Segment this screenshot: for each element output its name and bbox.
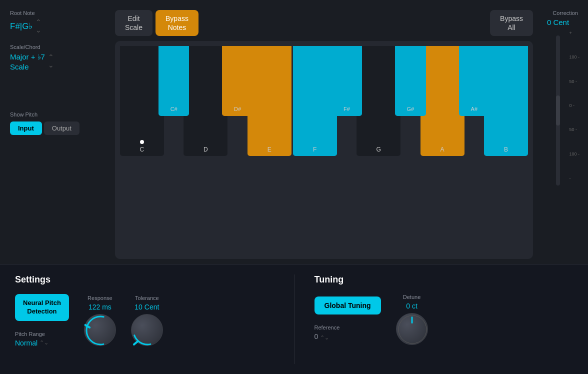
detune-control: Detune 0 ct (396, 294, 428, 345)
correction-slider-thumb[interactable] (556, 96, 560, 126)
tolerance-control: Tolerance 10 Cent (131, 295, 163, 346)
bypass-notes-button[interactable]: BypassNotes (156, 10, 198, 36)
input-btn[interactable]: Input (10, 122, 42, 135)
key-label-Fs: F# (344, 106, 350, 112)
scale-chord-value: Major + ♭7Scale (10, 52, 45, 72)
dot-C (140, 140, 144, 144)
response-value: 122 ms (88, 303, 112, 311)
key-Cs[interactable]: C# (158, 46, 190, 116)
response-label: Response (88, 295, 112, 301)
left-panel: Root Note F#|G♭ ⌃⌄ Scale/Chord Major + ♭… (10, 10, 110, 259)
top-section: Root Note F#|G♭ ⌃⌄ Scale/Chord Major + ♭… (0, 0, 588, 264)
key-D[interactable]: D (184, 46, 228, 156)
root-note-group: Root Note F#|G♭ ⌃⌄ (10, 10, 110, 34)
root-note-row: F#|G♭ ⌃⌄ (10, 18, 110, 34)
key-wrapper-Cs: C# (158, 46, 190, 116)
response-knob-arc (84, 314, 116, 346)
settings-panel: Settings Neural PitchDetection Pitch Ran… (15, 274, 294, 364)
key-label-A: A (440, 146, 444, 153)
pitch-range-label: Pitch Range (15, 331, 69, 337)
show-pitch-label: Show Pitch (10, 112, 110, 118)
piano-container: C C# D D# (115, 41, 533, 259)
key-Gs[interactable]: G# (395, 46, 426, 116)
root-note-spinner[interactable]: ⌃⌄ (36, 18, 42, 34)
correction-label: Correction (538, 10, 578, 16)
response-knob[interactable] (84, 314, 116, 346)
key-label-C: C (140, 146, 144, 153)
app-container: Root Note F#|G♭ ⌃⌄ Scale/Chord Major + ♭… (0, 0, 588, 374)
right-panel: Correction 0 Cent + 100 - 50 - 0 - 50 - … (538, 10, 578, 259)
key-label-F: F (313, 146, 316, 153)
key-wrapper-Gs: G# (395, 46, 426, 116)
global-tuning-col: Global Tuning Reference 0 ⌃⌄ (314, 296, 381, 342)
svg-point-0 (86, 316, 114, 344)
key-E[interactable]: E (248, 46, 292, 156)
scale-chord-spinner[interactable]: ⌃⌄ (48, 53, 54, 69)
correction-slider-track[interactable] (556, 36, 560, 186)
key-label-B: B (504, 146, 508, 153)
key-As[interactable]: A# (459, 46, 490, 116)
neural-pitch-btn[interactable]: Neural PitchDetection (15, 294, 69, 321)
tuning-controls-row: Global Tuning Reference 0 ⌃⌄ Detune 0 ct (314, 294, 574, 345)
key-label-D: D (204, 146, 208, 153)
root-note-label: Root Note (10, 10, 110, 16)
detune-value: 0 ct (406, 302, 418, 310)
key-label-Ds: D# (234, 106, 241, 112)
pitch-toggle-group: Input Output (10, 122, 110, 135)
center-panel: EditScale BypassNotes BypassAll C C# (115, 10, 533, 259)
tuning-title: Tuning (314, 274, 574, 285)
scale-chord-group: Scale/Chord Major + ♭7Scale ⌃⌄ (10, 44, 110, 72)
detune-label: Detune (403, 294, 420, 300)
detune-knob[interactable] (396, 313, 428, 345)
key-Ds[interactable]: D# (222, 46, 253, 116)
key-Fs[interactable]: F# (332, 46, 362, 116)
output-btn[interactable]: Output (44, 122, 80, 135)
pitch-range-value: Normal (15, 339, 38, 347)
tuning-panel: Tuning Global Tuning Reference 0 ⌃⌄ Detu… (294, 274, 574, 364)
reference-row: 0 ⌃⌄ (314, 332, 381, 342)
slider-labels: + 100 - 50 - 0 - 50 - 100 - - (569, 30, 580, 180)
bypass-all-button[interactable]: BypassAll (490, 10, 533, 36)
key-G[interactable]: G (356, 46, 400, 156)
pitch-range-row: Normal ⌃⌄ (15, 339, 69, 347)
scale-chord-label: Scale/Chord (10, 44, 110, 50)
root-note-value: F#|G♭ (10, 21, 32, 32)
response-knob-wrapper (84, 314, 116, 346)
tolerance-knob[interactable] (131, 314, 163, 346)
key-label-As: A# (471, 106, 478, 112)
global-tuning-btn[interactable]: Global Tuning (314, 296, 381, 314)
key-B[interactable]: B (484, 46, 528, 156)
key-label-Cs: C# (170, 106, 178, 112)
show-pitch-section: Show Pitch Input Output (10, 112, 110, 135)
key-label-Gs: G# (407, 106, 414, 112)
key-wrapper-Fs: F# (332, 46, 362, 116)
response-control: Response 122 ms (84, 295, 116, 346)
settings-controls-row: Neural PitchDetection Pitch Range Normal… (15, 294, 274, 347)
tolerance-value: 10 Cent (134, 303, 159, 311)
reference-spinner[interactable]: ⌃⌄ (320, 334, 329, 341)
neural-pitch-col: Neural PitchDetection Pitch Range Normal… (15, 294, 69, 347)
key-label-E: E (268, 146, 272, 153)
tolerance-knob-wrapper (131, 314, 163, 346)
key-C[interactable]: C (120, 46, 164, 156)
key-F[interactable]: F (293, 46, 337, 156)
key-label-G: G (376, 146, 381, 153)
correction-slider-container: + 100 - 50 - 0 - 50 - 100 - - (550, 30, 566, 190)
detune-knob-dot (411, 316, 412, 324)
reference-label: Reference (314, 324, 381, 330)
pitch-range-section: Pitch Range Normal ⌃⌄ (15, 331, 69, 347)
key-A[interactable]: A (420, 46, 464, 156)
reference-value: 0 (314, 332, 318, 340)
piano-keyboard: C C# D D# (120, 46, 528, 254)
correction-value: 0 Cent (538, 18, 578, 26)
detune-knob-wrapper (396, 313, 428, 345)
reference-section: Reference 0 ⌃⌄ (314, 324, 381, 342)
pitch-range-spinner[interactable]: ⌃⌄ (40, 340, 48, 346)
bottom-section: Settings Neural PitchDetection Pitch Ran… (0, 264, 588, 374)
key-wrapper-Ds: D# (222, 46, 253, 116)
mode-button-row: EditScale BypassNotes BypassAll (115, 10, 533, 36)
tolerance-label: Tolerance (135, 295, 159, 301)
edit-scale-button[interactable]: EditScale (115, 10, 152, 36)
settings-title: Settings (15, 274, 274, 285)
key-wrapper-As: A# (459, 46, 490, 116)
